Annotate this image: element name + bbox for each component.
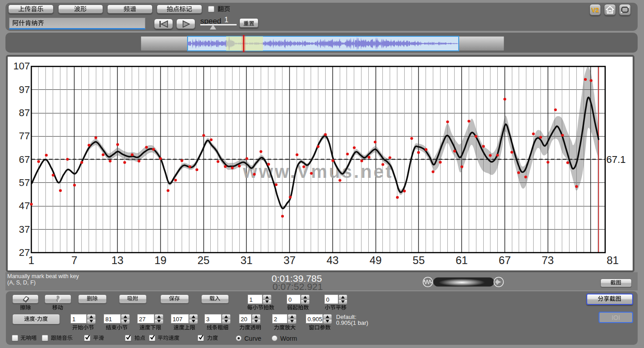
svg-text:67.1: 67.1 bbox=[606, 154, 626, 165]
svg-text:13: 13 bbox=[111, 254, 124, 266]
svg-text:67: 67 bbox=[19, 154, 30, 165]
svg-text:67: 67 bbox=[499, 254, 511, 266]
svg-text:55: 55 bbox=[413, 254, 425, 266]
svg-text:www.Vmus.net: www.Vmus.net bbox=[243, 162, 393, 181]
svg-text:87: 87 bbox=[19, 107, 30, 118]
svg-text:77: 77 bbox=[19, 130, 30, 142]
svg-text:97: 97 bbox=[19, 84, 30, 95]
svg-text:81: 81 bbox=[607, 254, 619, 266]
svg-text:43: 43 bbox=[327, 254, 339, 266]
svg-text:49: 49 bbox=[370, 254, 382, 266]
svg-text:107: 107 bbox=[13, 60, 30, 72]
svg-text:19: 19 bbox=[154, 254, 167, 266]
svg-text:37: 37 bbox=[19, 224, 30, 235]
svg-text:31: 31 bbox=[240, 254, 253, 266]
svg-text:1: 1 bbox=[28, 254, 34, 266]
svg-text:25: 25 bbox=[198, 254, 210, 266]
svg-text:57: 57 bbox=[19, 177, 30, 188]
svg-text:7: 7 bbox=[71, 254, 77, 266]
svg-text:61: 61 bbox=[456, 254, 468, 266]
svg-text:73: 73 bbox=[542, 254, 554, 266]
svg-text:37: 37 bbox=[283, 254, 296, 266]
svg-text:47: 47 bbox=[19, 200, 30, 211]
